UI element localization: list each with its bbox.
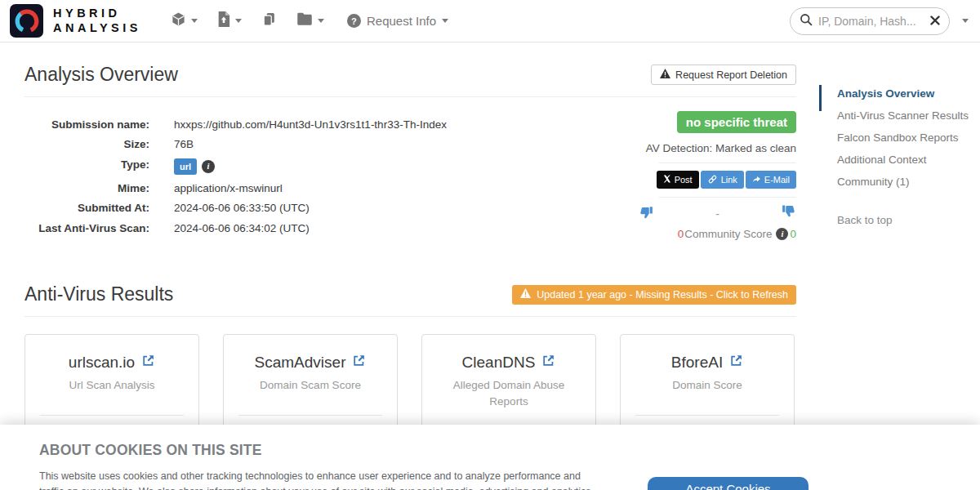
toc-item-falcon-sandbox-reports[interactable]: Falcon Sandbox Reports [837, 132, 980, 144]
divider [24, 96, 796, 97]
global-search [790, 7, 950, 35]
refresh-warning-label: Updated 1 year ago - Missing Results - C… [537, 289, 788, 301]
divider [238, 415, 382, 416]
share-buttons: Post Link E-Mail [636, 171, 796, 189]
request-info-menu[interactable]: ? Request Info [347, 14, 448, 28]
request-report-deletion-button[interactable]: Request Report Deletion [651, 65, 796, 85]
size-value: 76B [149, 136, 447, 156]
x-post-button[interactable]: Post [657, 171, 699, 189]
submission-details-table: Submission name:hxxps://github.com/H4unt… [24, 117, 447, 240]
cookie-banner: ABOUT COOKIES ON THIS SITE This website … [0, 425, 980, 490]
clear-search-icon[interactable] [930, 14, 940, 29]
toc-item-antivirus-scanner-results[interactable]: Anti-Virus Scanner Results [837, 110, 980, 122]
thumbs-down-icon[interactable] [639, 205, 653, 223]
type-url-badge: url [174, 158, 197, 175]
warning-triangle-icon [520, 288, 531, 301]
page-toc: Analysis Overview Anti-Virus Scanner Res… [837, 88, 980, 226]
mime-value: application/x-mswinurl [149, 180, 447, 200]
score-info-icon[interactable]: i [776, 228, 788, 240]
thumbs-up-icon[interactable] [782, 205, 796, 223]
field-label: Type: [24, 157, 149, 180]
field-label: Size: [24, 136, 149, 156]
sandbox-menu-button[interactable] [171, 11, 198, 30]
search-icon[interactable] [800, 13, 813, 29]
vote-separator: - [715, 207, 719, 220]
last-av-scan-value: 2024-06-06 06:34:02 (UTC) [149, 220, 447, 240]
submit-file-menu-button[interactable] [217, 11, 242, 30]
top-navbar: HYBRID ANALYSIS [0, 0, 980, 42]
chevron-down-icon [235, 19, 242, 23]
vendor-name-link[interactable]: CleanDNS [462, 354, 536, 372]
search-zone [790, 7, 969, 35]
search-options-chevron-icon[interactable] [962, 19, 969, 23]
field-label: Last Anti-Virus Scan: [24, 220, 149, 240]
permalink-button[interactable]: Link [701, 171, 744, 189]
field-label: Mime: [24, 180, 149, 200]
divider [40, 415, 184, 416]
vendor-subtitle: Url Scan Analysis [25, 377, 198, 394]
toc-item-community[interactable]: Community (1) [837, 176, 980, 188]
divider [659, 163, 796, 163]
folder-icon [296, 12, 313, 29]
request-info-label: Request Info [367, 14, 436, 28]
divider [659, 197, 796, 198]
copy-icon [261, 11, 277, 30]
external-link-icon[interactable] [352, 354, 366, 372]
community-score-row: 0 Community Score i 0 [636, 228, 796, 240]
logo-ring-icon [13, 7, 41, 35]
copy-reports-button[interactable] [261, 11, 277, 30]
toc-item-additional-context[interactable]: Additional Context [837, 154, 980, 166]
threat-verdict-badge: no specific threat [677, 111, 796, 133]
table-row: Mime:application/x-mswinurl [24, 180, 447, 200]
vendor-name-link[interactable]: urlscan.io [69, 354, 135, 372]
warning-triangle-icon [660, 69, 670, 81]
table-row: Submitted At:2024-06-06 06:33:50 (UTC) [24, 200, 447, 220]
cookie-banner-title: ABOUT COOKIES ON THIS SITE [39, 442, 980, 459]
question-circle-icon: ? [347, 14, 361, 28]
vendor-subtitle: Domain Score [621, 377, 794, 394]
cube-icon [171, 11, 186, 30]
external-link-icon[interactable] [729, 354, 743, 372]
email-share-button[interactable]: E-Mail [746, 171, 796, 189]
page: HYBRID ANALYSIS [0, 0, 980, 490]
table-row: Submission name:hxxps://github.com/H4unt… [24, 117, 447, 136]
navbar-icon-menu [171, 11, 324, 30]
accept-cookies-button[interactable]: Accept Cookies [648, 477, 808, 490]
antivirus-section-title: Anti-Virus Results [24, 283, 173, 305]
hybrid-analysis-logo[interactable] [10, 4, 43, 38]
refresh-warning-banner[interactable]: Updated 1 year ago - Missing Results - C… [512, 285, 796, 305]
brand-line2: ANALYSIS [53, 21, 141, 35]
external-link-icon[interactable] [141, 354, 155, 372]
downvote-count: 0 [678, 228, 684, 240]
av-detection-text: AV Detection: Marked as clean [636, 142, 796, 154]
vendor-name-link[interactable]: BforeAI [671, 354, 723, 372]
share-arrow-icon [752, 175, 761, 185]
divider [24, 316, 796, 317]
main-content: Analysis Overview Request Report Deletio… [24, 42, 796, 483]
x-logo-icon [663, 175, 671, 185]
file-upload-icon [217, 11, 230, 30]
divider [635, 415, 779, 416]
table-row: Last Anti-Virus Scan:2024-06-06 06:34:02… [24, 220, 447, 240]
table-row: Size:76B [24, 136, 447, 156]
submitted-at-value: 2024-06-06 06:33:50 (UTC) [149, 200, 447, 220]
vendor-name-link[interactable]: ScamAdviser [255, 354, 346, 372]
page-title: Analysis Overview [24, 64, 178, 86]
field-label: Submission name: [24, 117, 149, 136]
verdict-panel: no specific threat AV Detection: Marked … [636, 111, 796, 240]
chevron-down-icon [318, 19, 324, 23]
external-link-icon[interactable] [541, 354, 555, 372]
request-report-deletion-label: Request Report Deletion [675, 69, 787, 81]
link-icon [707, 174, 718, 186]
brand-wordmark[interactable]: HYBRID ANALYSIS [53, 7, 141, 35]
table-row: Type: urli [24, 157, 447, 180]
toc-item-analysis-overview[interactable]: Analysis Overview [837, 88, 980, 100]
type-info-icon[interactable]: i [202, 160, 215, 173]
field-label: Submitted At: [24, 200, 149, 220]
community-score-label: Community Score [684, 228, 772, 240]
back-to-top-link[interactable]: Back to top [837, 214, 980, 226]
submission-name-value: hxxps://github.com/H4unt3d-Un1v3rs1t1-th… [149, 117, 447, 136]
search-input[interactable] [818, 15, 924, 28]
cookie-banner-text: This website uses cookies and other trac… [39, 469, 603, 490]
collections-menu-button[interactable] [296, 12, 324, 29]
